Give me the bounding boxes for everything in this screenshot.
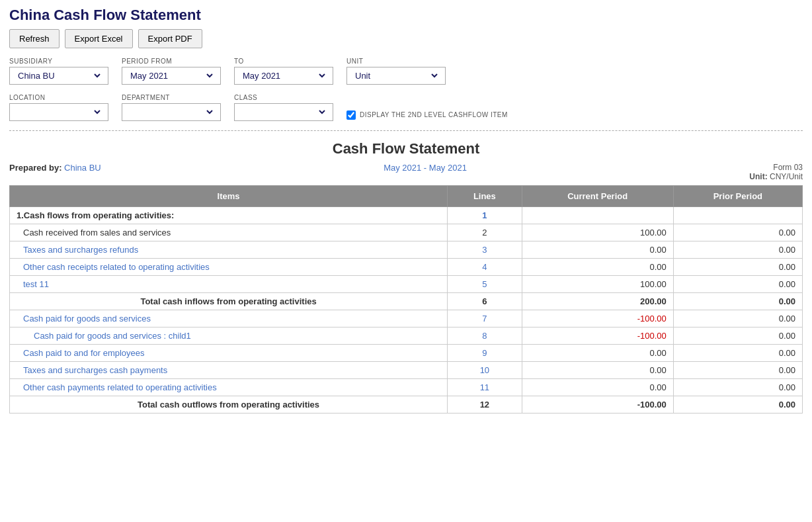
- cell-lines: 8: [448, 327, 522, 345]
- table-row: Cash paid for goods and services : child…: [10, 327, 803, 345]
- unit-select[interactable]: Unit: [352, 70, 440, 81]
- cell-item: Cash received from sales and services: [10, 224, 448, 241]
- cell-prior: 0.00: [673, 241, 802, 259]
- location-select[interactable]: [15, 107, 102, 118]
- cell-prior: 0.00: [673, 259, 802, 276]
- table-row: Cash paid to and for employees90.000.00: [10, 345, 803, 362]
- period-from-select[interactable]: May 2021: [128, 70, 215, 81]
- cell-prior: 0.00: [673, 379, 802, 396]
- cell-lines: 12: [448, 396, 522, 413]
- cell-lines: 11: [448, 379, 522, 396]
- cell-item: Taxes and surcharges refunds: [10, 241, 448, 259]
- period-to-select[interactable]: May 2021: [240, 70, 327, 81]
- refresh-button[interactable]: Refresh: [9, 29, 60, 48]
- cell-item: Cash paid for goods and services: [10, 310, 448, 327]
- cell-lines: 9: [448, 345, 522, 362]
- cell-item: test 11: [10, 276, 448, 293]
- col-items: Items: [10, 186, 448, 207]
- cell-prior: 0.00: [673, 224, 802, 241]
- display-2nd-level-label: DISPLAY THE 2ND LEVEL CASHFLOW ITEM: [360, 111, 508, 118]
- period-from-label: PERIOD FROM: [122, 58, 221, 65]
- table-row: 1.Cash flows from operating activities:1: [10, 207, 803, 224]
- col-lines: Lines: [448, 186, 522, 207]
- class-select[interactable]: [240, 107, 327, 118]
- subsidiary-select-wrapper[interactable]: China BU: [9, 67, 108, 85]
- table-header-row: Items Lines Current Period Prior Period: [10, 186, 803, 207]
- period-to-select-wrapper[interactable]: May 2021: [234, 67, 333, 85]
- divider: [9, 130, 803, 131]
- cell-current: 0.00: [522, 379, 673, 396]
- table-row: Cash paid for goods and services7-100.00…: [10, 310, 803, 327]
- report-meta: Prepared by: China BU May 2021 - May 202…: [9, 163, 803, 181]
- display-2nd-level-checkbox[interactable]: [346, 110, 356, 120]
- period-to-filter: TO May 2021: [234, 58, 333, 85]
- cell-prior: 0.00: [673, 293, 802, 310]
- report-period: May 2021 - May 2021: [101, 163, 750, 173]
- class-filter: CLASS: [234, 94, 333, 121]
- period-from-select-wrapper[interactable]: May 2021: [122, 67, 221, 85]
- cell-lines: 4: [448, 259, 522, 276]
- class-select-wrapper[interactable]: [234, 103, 333, 121]
- subsidiary-select[interactable]: China BU: [15, 70, 102, 81]
- unit-label: UNIT: [346, 58, 446, 65]
- report-title: Cash Flow Statement: [9, 140, 803, 157]
- cell-prior: 0.00: [673, 362, 802, 379]
- filters-row-2: LOCATION DEPARTMENT CLASS: [9, 94, 803, 121]
- cell-current: -100.00: [522, 396, 673, 413]
- period-to-label: TO: [234, 58, 333, 65]
- cell-prior: 0.00: [673, 327, 802, 345]
- cell-prior: 0.00: [673, 310, 802, 327]
- subsidiary-filter: SUBSIDIARY China BU: [9, 58, 108, 85]
- cell-item: Other cash payments related to operating…: [10, 379, 448, 396]
- form-info: Form 03 Unit: CNY/Unit: [749, 163, 803, 181]
- class-label: CLASS: [234, 94, 333, 101]
- cell-prior: [673, 207, 802, 224]
- cell-item: Total cash inflows from operating activi…: [10, 293, 448, 310]
- table-row: Taxes and surcharges cash payments100.00…: [10, 362, 803, 379]
- period-from-filter: PERIOD FROM May 2021: [122, 58, 221, 85]
- cell-item: Total cash outflows from operating activ…: [10, 396, 448, 413]
- cell-lines: 7: [448, 310, 522, 327]
- cell-item: Taxes and surcharges cash payments: [10, 362, 448, 379]
- cell-lines: 3: [448, 241, 522, 259]
- cell-current: [522, 207, 673, 224]
- cell-item: Other cash receipts related to operating…: [10, 259, 448, 276]
- table-row: Taxes and surcharges refunds30.000.00: [10, 241, 803, 259]
- table-row: Cash received from sales and services210…: [10, 224, 803, 241]
- filters-row-1: SUBSIDIARY China BU PERIOD FROM May 2021…: [9, 58, 803, 85]
- department-label: DEPARTMENT: [122, 94, 221, 101]
- cell-item: 1.Cash flows from operating activities:: [10, 207, 448, 224]
- department-select[interactable]: [128, 107, 215, 118]
- cell-current: 100.00: [522, 224, 673, 241]
- cell-current: 200.00: [522, 293, 673, 310]
- cell-current: 100.00: [522, 276, 673, 293]
- table-row: Total cash inflows from operating activi…: [10, 293, 803, 310]
- export-excel-button[interactable]: Export Excel: [65, 29, 133, 48]
- cell-lines[interactable]: 1: [448, 207, 522, 224]
- cell-current: 0.00: [522, 241, 673, 259]
- display-2nd-level-group: DISPLAY THE 2ND LEVEL CASHFLOW ITEM: [346, 109, 508, 121]
- cell-lines: 2: [448, 224, 522, 241]
- export-pdf-button[interactable]: Export PDF: [138, 29, 202, 48]
- cell-current: 0.00: [522, 259, 673, 276]
- unit-select-wrapper[interactable]: Unit: [346, 67, 446, 85]
- cell-prior: 0.00: [673, 345, 802, 362]
- table-row: Total cash outflows from operating activ…: [10, 396, 803, 413]
- cell-prior: 0.00: [673, 396, 802, 413]
- col-current-period: Current Period: [522, 186, 673, 207]
- unit-filter: UNIT Unit: [346, 58, 446, 85]
- cell-current: -100.00: [522, 310, 673, 327]
- cell-current: 0.00: [522, 345, 673, 362]
- table-row: Other cash payments related to operating…: [10, 379, 803, 396]
- col-prior-period: Prior Period: [673, 186, 802, 207]
- cell-lines: 5: [448, 276, 522, 293]
- cell-current: -100.00: [522, 327, 673, 345]
- cell-lines: 6: [448, 293, 522, 310]
- location-filter: LOCATION: [9, 94, 108, 121]
- cell-prior: 0.00: [673, 276, 802, 293]
- table-row: Other cash receipts related to operating…: [10, 259, 803, 276]
- department-select-wrapper[interactable]: [122, 103, 221, 121]
- toolbar: Refresh Export Excel Export PDF: [9, 29, 803, 48]
- cell-lines: 10: [448, 362, 522, 379]
- location-select-wrapper[interactable]: [9, 103, 108, 121]
